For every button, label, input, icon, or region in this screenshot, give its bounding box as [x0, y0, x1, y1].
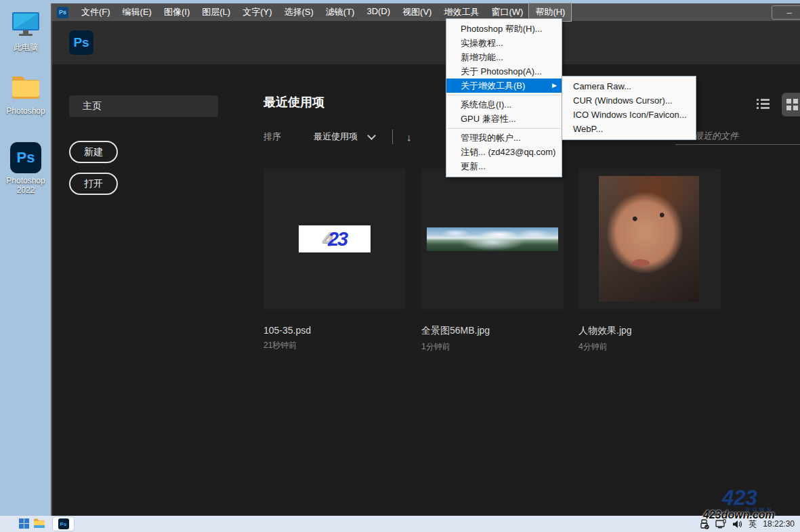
file-thumbnail: 4 23: [264, 169, 406, 309]
menu-separator: [448, 128, 560, 129]
help-menu-item-whats-new[interactable]: 新增功能...: [446, 50, 562, 64]
submenu-item-ico[interactable]: ICO Windows Icon/Favicon...: [562, 108, 696, 122]
sidebar-item-home[interactable]: 主页: [69, 95, 218, 117]
minimize-icon: –: [786, 7, 791, 18]
photoshop-taskbar-button[interactable]: Ps: [52, 516, 75, 531]
usb-device-icon[interactable]: [700, 519, 709, 529]
file-time: 21秒钟前: [264, 340, 406, 351]
menu-edit[interactable]: 编辑(E): [117, 3, 158, 21]
sort-label: 排序: [264, 131, 281, 143]
chevron-down-icon[interactable]: [367, 131, 376, 140]
taskbar: Ps: [0, 516, 800, 532]
app-header: Ps: [52, 21, 800, 64]
display-device-icon[interactable]: [715, 519, 726, 529]
file-time: 4分钟前: [578, 341, 721, 353]
speaker-icon[interactable]: [732, 520, 742, 529]
submenu-item-webp[interactable]: WebP...: [562, 122, 696, 136]
help-menu-item-tutorials[interactable]: 实操教程...: [446, 36, 562, 50]
recent-file-card[interactable]: 全景图56MB.jpg 1分钟前: [421, 169, 564, 353]
recent-file-card[interactable]: 人物效果.jpg 4分钟前: [578, 169, 721, 353]
open-file-button[interactable]: 打开: [69, 173, 118, 195]
file-thumbnail: [421, 169, 564, 309]
titlebar: Ps 文件(F) 编辑(E) 图像(I) 图层(L) 文字(Y) 选择(S) 滤…: [52, 3, 800, 21]
desktop-icon-photoshop-folder[interactable]: Photoshop: [0, 73, 51, 116]
file-thumbnail: [578, 169, 721, 309]
sort-row: 排序 最近使用项 ↓: [264, 129, 412, 144]
submenu-arrow-icon: ▶: [552, 79, 557, 93]
desktop-icon-label: 此电脑: [0, 43, 51, 52]
help-menu-item-updates[interactable]: 更新...: [446, 159, 562, 173]
desktop-icon-photoshop-2022[interactable]: Ps Photoshop 2022: [0, 142, 51, 195]
divider: [392, 129, 393, 144]
desktop-icon-label: Photoshop 2022: [0, 176, 51, 195]
screen: 此电脑 Photoshop Ps Photoshop 2022 Ps 文件(F)…: [0, 0, 800, 532]
desktop-icon-label: Photoshop: [0, 106, 51, 116]
menu-type[interactable]: 文字(Y): [236, 3, 278, 21]
help-menu-item-about-plugins[interactable]: 关于增效工具(B) ▶: [446, 79, 562, 93]
submenu-item-cur[interactable]: CUR (Windows Cursor)...: [562, 93, 696, 108]
menu-3d[interactable]: 3D(D): [360, 3, 396, 21]
thumbnail-423-logo: 4 23: [299, 225, 371, 252]
folder-icon: [9, 94, 42, 104]
minimize-button[interactable]: –: [772, 5, 800, 20]
about-plugins-label: 关于增效工具(B): [461, 81, 525, 91]
file-explorer-icon: [33, 518, 45, 529]
file-name: 全景图56MB.jpg: [421, 325, 564, 337]
grid-view-button[interactable]: [782, 93, 800, 116]
home-tab-label: 主页: [83, 100, 102, 112]
menu-filter[interactable]: 滤镜(T): [320, 3, 361, 21]
view-toggle: [757, 93, 800, 116]
photoshop-app-icon: Ps: [10, 142, 41, 173]
windows-start-icon: [19, 518, 29, 529]
menu-image[interactable]: 图像(I): [158, 3, 196, 21]
help-menu-item-photoshop-help[interactable]: Photoshop 帮助(H)...: [446, 22, 562, 36]
recent-items-title: 最近使用项: [264, 94, 324, 110]
sort-dropdown[interactable]: 最近使用项: [314, 131, 358, 143]
help-menu-item-gpu-compatibility[interactable]: GPU 兼容性...: [446, 112, 562, 126]
plugins-submenu: Camera Raw... CUR (Windows Cursor)... IC…: [562, 76, 696, 140]
file-name: 人物效果.jpg: [578, 325, 721, 337]
help-menu-item-sign-out[interactable]: 注销... (zd423@qq.com): [446, 145, 562, 159]
new-file-button[interactable]: 新建: [69, 141, 118, 163]
menu-select[interactable]: 选择(S): [278, 3, 319, 21]
help-menu-item-system-info[interactable]: 系统信息(I)...: [446, 97, 562, 112]
taskbar-clock[interactable]: 18:22:30: [763, 519, 795, 529]
photoshop-logo-icon: Ps: [69, 30, 93, 55]
list-view-icon[interactable]: [757, 98, 770, 112]
ime-indicator[interactable]: 英: [749, 518, 757, 530]
window-ps-icon[interactable]: Ps: [57, 7, 68, 18]
menu-file[interactable]: 文件(F): [75, 3, 117, 21]
menu-view[interactable]: 视图(V): [396, 3, 438, 21]
recent-file-card[interactable]: 4 23 105-35.psd 21秒钟前: [264, 169, 406, 351]
file-explorer-button[interactable]: [33, 518, 45, 531]
grid-view-icon: [786, 99, 798, 110]
monitor-icon: [10, 30, 41, 40]
menu-separator: [448, 95, 560, 95]
logo-23: 23: [328, 228, 347, 250]
file-time: 1分钟前: [421, 341, 564, 353]
submenu-item-camera-raw[interactable]: Camera Raw...: [562, 79, 696, 93]
file-name: 105-35.psd: [264, 325, 406, 336]
menu-layer[interactable]: 图层(L): [196, 3, 236, 21]
help-menu-item-manage-account[interactable]: 管理我的帐户...: [446, 131, 562, 145]
thumbnail-panorama-image: [427, 227, 558, 251]
start-button[interactable]: [19, 518, 29, 529]
help-menu: Photoshop 帮助(H)... 实操教程... 新增功能... 关于 Ph…: [446, 18, 562, 177]
thumbnail-portrait-image: [599, 176, 699, 302]
system-tray: 英 18:22:30: [700, 516, 795, 532]
photoshop-taskbar-icon: Ps: [58, 518, 69, 529]
help-menu-item-about-photoshop[interactable]: 关于 Photoshop(A)...: [446, 64, 562, 79]
sort-descending-icon[interactable]: ↓: [406, 131, 412, 143]
desktop-icon-this-pc[interactable]: 此电脑: [0, 11, 51, 52]
